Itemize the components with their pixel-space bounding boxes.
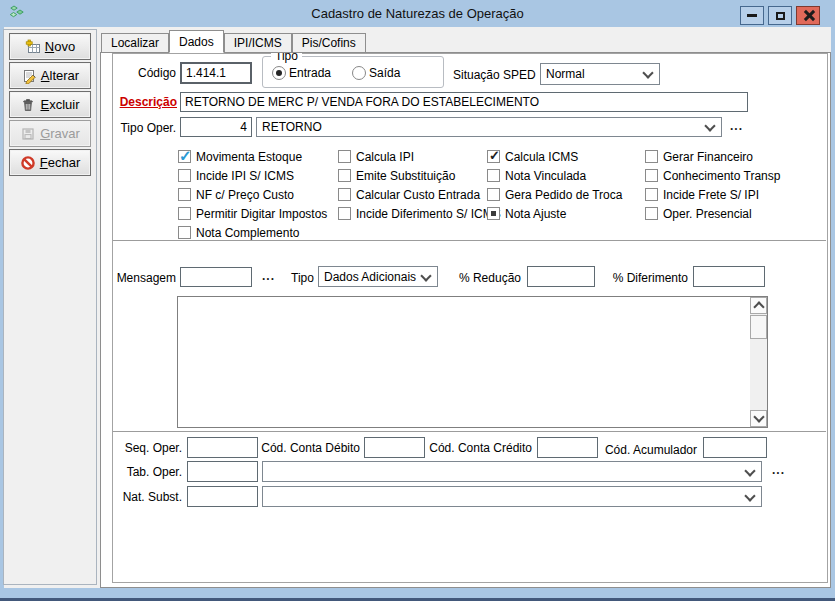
cod-conta-credito-input[interactable] xyxy=(537,437,598,458)
tipo-oper-browse-button[interactable]: ... xyxy=(730,119,743,134)
checkbox-calcula-icms[interactable]: Calcula ICMS xyxy=(487,147,622,166)
titlebar[interactable]: Cadastro de Naturezas de Operação xyxy=(0,0,835,27)
checkbox-box[interactable] xyxy=(178,169,191,182)
scroll-down-button[interactable] xyxy=(750,410,767,427)
checkbox-box[interactable] xyxy=(487,207,500,220)
tab-oper-select[interactable] xyxy=(262,461,762,482)
checkbox-gera-pedido-troca[interactable]: Gera Pedido de Troca xyxy=(487,185,622,204)
cod-acumulador-label: Cód. Acumulador xyxy=(590,443,697,458)
maximize-icon xyxy=(776,12,785,20)
checkbox-box[interactable] xyxy=(178,207,191,220)
tab-pis-cofins[interactable]: Pis/Cofins xyxy=(292,33,366,53)
excluir-button[interactable]: Excluir xyxy=(9,91,91,118)
fechar-button[interactable]: Fechar xyxy=(9,149,91,176)
tab-oper-browse-button[interactable]: ... xyxy=(772,463,785,478)
checkbox-column-4: Gerar Financeiro Conhecimento Transp Inc… xyxy=(645,147,780,223)
checkbox-column-2: Calcula IPI Emite Substituição Calcular … xyxy=(338,147,501,223)
checkbox-box[interactable] xyxy=(645,207,658,220)
checkbox-box[interactable] xyxy=(645,169,658,182)
checkbox-incide-diferimento-s-icms[interactable]: Incide Diferimento S/ ICMS xyxy=(338,204,501,223)
checkbox-label: Incide Diferimento S/ ICMS xyxy=(356,207,501,221)
cod-acumulador-input[interactable] xyxy=(703,437,767,458)
checkbox-emite-substituicao[interactable]: Emite Substituição xyxy=(338,166,501,185)
fechar-label: Fechar xyxy=(40,155,80,170)
tab-dados[interactable]: Dados xyxy=(169,30,224,53)
checkbox-label: Permitir Digitar Impostos xyxy=(196,207,327,221)
cancel-icon xyxy=(20,155,36,171)
tab-oper-code-input[interactable] xyxy=(187,461,258,482)
checkbox-calcula-ipi[interactable]: Calcula IPI xyxy=(338,147,501,166)
scroll-up-button[interactable] xyxy=(750,297,767,314)
tab-strip: Localizar Dados IPI/ICMS Pis/Cofins xyxy=(101,30,366,53)
radio-entrada[interactable] xyxy=(272,66,286,80)
chevron-down-icon xyxy=(642,67,653,78)
gravar-label: Gravar xyxy=(40,126,80,141)
alterar-button[interactable]: Alterar xyxy=(9,62,91,89)
checkbox-column-1: Movimenta Estoque Incide IPI S/ ICMS NF … xyxy=(178,147,327,242)
cod-conta-debito-input[interactable] xyxy=(364,437,425,458)
checkbox-incide-frete-s-ipi[interactable]: Incide Frete S/ IPI xyxy=(645,185,780,204)
gravar-button[interactable]: Gravar xyxy=(9,120,91,147)
checkbox-nf-preco-custo[interactable]: NF c/ Preço Custo xyxy=(178,185,327,204)
mensagem-tipo-select[interactable]: Dados Adicionais xyxy=(318,266,438,287)
tab-ipi-icms[interactable]: IPI/ICMS xyxy=(224,33,292,53)
checkbox-nota-ajuste[interactable]: Nota Ajuste xyxy=(487,204,622,223)
checkbox-label: Nota Complemento xyxy=(196,226,299,240)
checkbox-box[interactable] xyxy=(645,188,658,201)
checkbox-box[interactable] xyxy=(645,150,658,163)
novo-label: Novo xyxy=(45,39,75,54)
checkbox-box[interactable] xyxy=(487,188,500,201)
tab-localizar[interactable]: Localizar xyxy=(101,33,169,53)
checkbox-label: Movimenta Estoque xyxy=(196,150,302,164)
checkbox-nota-vinculada[interactable]: Nota Vinculada xyxy=(487,166,622,185)
checkbox-label: Emite Substituição xyxy=(356,169,455,183)
checkbox-box[interactable] xyxy=(487,169,500,182)
nat-subst-code-input[interactable] xyxy=(187,486,258,507)
checkbox-permitir-digitar-impostos[interactable]: Permitir Digitar Impostos xyxy=(178,204,327,223)
minimize-icon xyxy=(747,14,757,17)
checkbox-incide-ipi-s-icms[interactable]: Incide IPI S/ ICMS xyxy=(178,166,327,185)
checkbox-box[interactable] xyxy=(178,150,191,163)
maximize-button[interactable] xyxy=(768,6,792,25)
reducao-label: % Redução xyxy=(448,271,521,286)
codigo-input[interactable] xyxy=(180,62,252,84)
scrollbar-thumb[interactable] xyxy=(750,315,767,339)
close-button[interactable] xyxy=(796,6,820,25)
checkbox-movimenta-estoque[interactable]: Movimenta Estoque xyxy=(178,147,327,166)
checkbox-box[interactable] xyxy=(487,150,500,163)
mensagem-memo[interactable] xyxy=(177,296,768,428)
nat-subst-select[interactable] xyxy=(262,486,762,507)
checkbox-conhecimento-transp[interactable]: Conhecimento Transp xyxy=(645,166,780,185)
descricao-input[interactable] xyxy=(180,92,748,112)
radio-saida[interactable] xyxy=(352,66,366,80)
checkbox-box[interactable] xyxy=(338,207,351,220)
mensagem-tipo-value: Dados Adicionais xyxy=(324,270,416,284)
diferimento-input[interactable] xyxy=(693,266,765,287)
situacao-sped-select[interactable]: Normal xyxy=(540,63,660,85)
mensagem-input[interactable] xyxy=(180,267,252,287)
save-record-icon xyxy=(20,126,36,142)
checkbox-box[interactable] xyxy=(338,169,351,182)
checkbox-gerar-financeiro[interactable]: Gerar Financeiro xyxy=(645,147,780,166)
checkbox-calcular-custo-entrada[interactable]: Calcular Custo Entrada xyxy=(338,185,501,204)
checkbox-box[interactable] xyxy=(338,188,351,201)
reducao-input[interactable] xyxy=(527,266,595,287)
nat-subst-label: Nat. Subst. xyxy=(100,490,182,505)
checkbox-box[interactable] xyxy=(178,188,191,201)
close-icon xyxy=(803,10,814,21)
tipo-oper-select[interactable]: RETORNO xyxy=(256,117,722,137)
radio-entrada-label: Entrada xyxy=(289,66,331,81)
checkbox-box[interactable] xyxy=(338,150,351,163)
checkbox-box[interactable] xyxy=(178,226,191,239)
checkbox-nota-complemento[interactable]: Nota Complemento xyxy=(178,223,327,242)
memo-scrollbar[interactable] xyxy=(750,297,767,427)
novo-button[interactable]: Novo xyxy=(9,33,91,60)
chevron-down-icon xyxy=(704,120,715,131)
tipo-oper-code-input[interactable] xyxy=(180,117,252,137)
seq-oper-input[interactable] xyxy=(187,437,258,458)
minimize-button[interactable] xyxy=(740,6,764,25)
tab-oper-label: Tab. Oper. xyxy=(100,465,182,480)
section-divider xyxy=(113,431,826,435)
mensagem-browse-button[interactable]: ... xyxy=(262,269,275,284)
checkbox-oper-presencial[interactable]: Oper. Presencial xyxy=(645,204,780,223)
